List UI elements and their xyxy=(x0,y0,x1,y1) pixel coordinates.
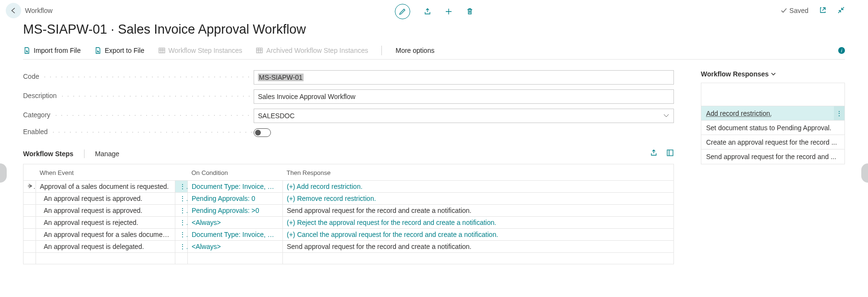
when-event-cell[interactable]: An approval request is approved. xyxy=(36,193,175,205)
when-event-cell[interactable]: An approval request for a sales document… xyxy=(36,229,175,241)
expand-icon xyxy=(666,149,674,157)
enabled-toggle[interactable] xyxy=(254,128,271,137)
when-event-cell[interactable]: Approval of a sales document is requeste… xyxy=(36,181,175,193)
table-row[interactable]: An approval request is rejected.⋮<Always… xyxy=(24,217,674,229)
export-label: Export to File xyxy=(105,47,144,54)
row-indicator xyxy=(24,229,36,241)
then-response-cell[interactable]: Send approval request for the record and… xyxy=(283,241,674,253)
table-row[interactable]: An approval request is approved.⋮Pending… xyxy=(24,205,674,217)
collapse-button[interactable] xyxy=(837,6,845,15)
on-condition-cell[interactable]: Document Type: Invoice, Status: O... xyxy=(188,181,283,193)
vertical-dots-icon: ⋮ xyxy=(836,110,843,117)
on-condition-cell[interactable]: <Always> xyxy=(188,241,283,253)
workflow-step-instances-button[interactable]: Workflow Step Instances xyxy=(158,47,243,54)
row-menu-button[interactable]: ⋮ xyxy=(175,241,188,253)
row-indicator xyxy=(24,193,36,205)
response-item-label: Add record restriction. xyxy=(701,110,834,117)
category-label: Category xyxy=(23,111,254,121)
new-button[interactable] xyxy=(445,8,452,15)
workflow-steps-table: When Event On Condition Then Response Ap… xyxy=(23,164,674,264)
code-label: Code xyxy=(23,73,254,82)
vertical-dots-icon: ⋮ xyxy=(179,207,188,214)
popout-icon xyxy=(819,6,827,14)
table-row[interactable]: An approval request for a sales document… xyxy=(24,229,674,241)
response-item-label: Create an approval request for the recor… xyxy=(701,138,844,146)
trash-icon xyxy=(466,8,474,15)
saved-status-label: Saved xyxy=(789,7,808,14)
right-edge-grabber[interactable] xyxy=(861,163,868,183)
file-import-icon xyxy=(23,47,31,54)
import-label: Import from File xyxy=(34,47,81,54)
table-row[interactable]: An approval request is delegated.⋮<Alway… xyxy=(24,241,674,253)
popout-button[interactable] xyxy=(819,6,827,15)
code-input[interactable]: MS-SIAPW-01 xyxy=(254,70,674,85)
edit-button[interactable] xyxy=(395,4,410,19)
when-event-cell[interactable]: An approval request is rejected. xyxy=(36,217,175,229)
more-options-button[interactable]: More options xyxy=(395,47,434,54)
category-select[interactable] xyxy=(254,109,674,123)
share-button[interactable] xyxy=(424,8,431,15)
table-row[interactable]: An approval request is approved.⋮Pending… xyxy=(24,193,674,205)
vertical-dots-icon: ⋮ xyxy=(179,219,188,226)
col-then-response[interactable]: Then Response xyxy=(283,164,674,181)
separator xyxy=(84,149,85,158)
row-indicator xyxy=(24,217,36,229)
response-item-menu-button[interactable]: ⋮ xyxy=(834,106,844,120)
pencil-icon xyxy=(399,8,406,15)
row-menu-button[interactable]: ⋮ xyxy=(175,193,188,205)
response-item[interactable]: Add record restriction.⋮ xyxy=(701,106,844,121)
grid-icon xyxy=(256,47,263,54)
import-from-file-button[interactable]: Import from File xyxy=(23,47,81,54)
col-on-condition[interactable]: On Condition xyxy=(188,164,283,181)
then-response-cell[interactable]: (+) Reject the approval request for the … xyxy=(283,217,674,229)
steps-share-button[interactable] xyxy=(650,149,658,158)
on-condition-cell[interactable]: Pending Approvals: 0 xyxy=(188,193,283,205)
response-item[interactable]: Send approval request for the record and… xyxy=(701,149,844,164)
row-menu-button[interactable]: ⋮ xyxy=(175,181,188,193)
delete-button[interactable] xyxy=(466,8,474,15)
response-item[interactable]: Create an approval request for the recor… xyxy=(701,135,844,149)
row-menu-button[interactable]: ⋮ xyxy=(175,205,188,217)
on-condition-cell[interactable]: <Always> xyxy=(188,217,283,229)
on-condition-cell[interactable]: Pending Approvals: >0 xyxy=(188,205,283,217)
export-to-file-button[interactable]: Export to File xyxy=(94,47,144,54)
share-icon xyxy=(424,8,431,15)
steps-expand-button[interactable] xyxy=(666,149,674,158)
vertical-dots-icon: ⋮ xyxy=(179,243,188,250)
saved-status: Saved xyxy=(781,7,808,14)
when-event-cell[interactable]: An approval request is approved. xyxy=(36,205,175,217)
file-export-icon xyxy=(94,47,102,54)
share-icon xyxy=(650,149,658,157)
grid-icon xyxy=(158,47,166,54)
then-response-cell[interactable]: (+) Remove record restriction. xyxy=(283,193,674,205)
info-button[interactable]: i xyxy=(838,47,845,54)
table-row[interactable]: Approval of a sales document is requeste… xyxy=(24,181,674,193)
chevron-down-icon xyxy=(770,71,776,77)
workflow-responses-toggle[interactable]: Workflow Responses xyxy=(701,70,845,78)
on-condition-cell[interactable]: Document Type: Invoice, Status: P... xyxy=(188,229,283,241)
description-input[interactable] xyxy=(254,89,674,104)
enabled-label: Enabled xyxy=(23,128,254,137)
response-item-label: Set document status to Pending Approval. xyxy=(701,124,844,132)
check-icon xyxy=(781,7,787,14)
then-response-cell[interactable]: Send approval request for the record and… xyxy=(283,205,674,217)
col-when-event[interactable]: When Event xyxy=(36,164,175,181)
manage-button[interactable]: Manage xyxy=(95,150,120,158)
svg-rect-2 xyxy=(667,150,673,156)
page-title: MS-SIAPW-01 · Sales Invoice Approval Wor… xyxy=(23,22,845,37)
when-event-cell[interactable]: An approval request is delegated. xyxy=(36,241,175,253)
row-indicator xyxy=(24,181,36,193)
table-row-blank[interactable] xyxy=(24,253,674,264)
archived-workflow-step-instances-button[interactable]: Archived Workflow Step Instances xyxy=(256,47,368,54)
row-menu-button[interactable]: ⋮ xyxy=(175,229,188,241)
then-response-cell[interactable]: (+) Add record restriction. xyxy=(283,181,674,193)
arrow-left-icon xyxy=(10,7,17,14)
workflow-responses-title: Workflow Responses xyxy=(701,70,769,78)
row-menu-button[interactable]: ⋮ xyxy=(175,217,188,229)
response-item[interactable]: Set document status to Pending Approval. xyxy=(701,121,844,135)
step-instances-label: Workflow Step Instances xyxy=(169,47,243,54)
collapse-icon xyxy=(837,6,845,14)
response-item-label: Send approval request for the record and… xyxy=(701,153,844,161)
then-response-cell[interactable]: (+) Cancel the approval request for the … xyxy=(283,229,674,241)
back-button[interactable] xyxy=(6,3,21,18)
